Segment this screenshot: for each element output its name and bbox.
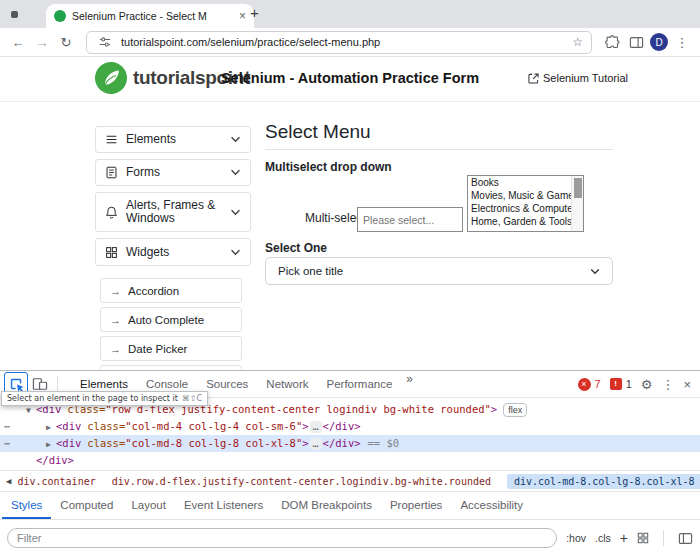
side-panel-icon[interactable] [626, 32, 646, 52]
toggle-sidebar-panel-icon[interactable] [678, 532, 693, 545]
tab-event-listeners[interactable]: Event Listeners [175, 492, 272, 519]
new-style-rule-button[interactable]: + [620, 530, 628, 546]
styles-filter-input[interactable] [7, 528, 557, 548]
sidebar-item-accordion[interactable]: → Accordion [100, 278, 242, 303]
browser-menu-icon[interactable]: ⋮ [672, 32, 692, 52]
profile-avatar[interactable]: D [650, 33, 668, 51]
sidebar-section-alerts-frames-windows[interactable]: Alerts, Frames & Windows [95, 192, 251, 232]
tooltip-text: Select an element in the page to inspect… [7, 394, 178, 403]
section-label: Forms [126, 166, 222, 179]
chevron-down-icon [230, 169, 241, 176]
back-button[interactable]: ← [8, 35, 28, 50]
listbox-scrollbar[interactable] [571, 176, 583, 231]
settings-gear-icon[interactable]: ⚙ [641, 377, 653, 392]
expand-closed-icon[interactable]: ▶ [46, 436, 56, 453]
tab-accessibility[interactable]: Accessibility [451, 492, 532, 519]
devtools-toolbar-right: × 7 ! 1 ⚙ ⋮ × [578, 377, 700, 392]
tab-styles[interactable]: Styles [2, 492, 51, 519]
devtools-close-icon[interactable]: × [683, 377, 691, 392]
sidebar-section-forms[interactable]: Forms [95, 159, 251, 186]
styles-filter-bar: :hov .cls + [0, 519, 700, 555]
code-tag-close: > [302, 420, 308, 432]
console-errors-badge[interactable]: × 7 [578, 378, 601, 391]
arrow-right-icon: → [110, 285, 121, 297]
element-classes-button[interactable]: .cls [595, 532, 611, 544]
forward-button[interactable]: → [32, 35, 52, 50]
select-menu-content: Select Menu Multiselect drop down Multi-… [265, 121, 613, 371]
address-bar[interactable]: tutorialspoint.com/selenium/practice/sel… [86, 31, 592, 54]
tab-dom-breakpoints[interactable]: DOM Breakpoints [272, 492, 381, 519]
error-icon: × [578, 378, 591, 391]
sidebar-item-date-picker[interactable]: → Date Picker [100, 336, 242, 361]
tab-properties[interactable]: Properties [381, 492, 451, 519]
collapsed-content-icon[interactable]: … [310, 438, 322, 450]
selected-node-marker: == $0 [368, 437, 400, 449]
select-one-dropdown[interactable]: Pick one title [265, 257, 613, 285]
issue-count: 1 [626, 378, 632, 390]
scrollbar-thumb[interactable] [574, 178, 582, 198]
listbox-option[interactable]: Movies, Music & Games [468, 189, 583, 202]
chevron-down-icon [230, 136, 241, 143]
node-menu-icon[interactable]: ⋯ [4, 435, 10, 452]
sidebar-section-elements[interactable]: Elements [95, 126, 251, 153]
breadcrumb-scroll-left-icon[interactable]: ◀ [0, 476, 17, 486]
browser-tab[interactable]: Selenium Practice - Select M × [46, 4, 254, 28]
sidebar-item-auto-complete[interactable]: → Auto Complete [100, 307, 242, 332]
dom-node-col-8-selected[interactable]: ⋯▶<divclass="col-md-8 col-lg-8 col-xl-8"… [0, 435, 700, 452]
multiselect-section-label: Multiselect drop down [265, 160, 392, 174]
multi-select-input[interactable] [357, 207, 463, 232]
breadcrumb-item-selected[interactable]: div.col-md-8.col-lg-8.col-xl-8 [507, 474, 700, 489]
multi-select-listbox[interactable]: Books Movies, Music & Games Electronics … [467, 175, 584, 232]
tab-network[interactable]: Network [257, 372, 317, 397]
toggle-element-state-button[interactable]: :hov [566, 532, 586, 544]
code-tag-end: </div> [36, 454, 74, 466]
external-link-icon [528, 73, 539, 84]
tab-close-icon[interactable]: × [239, 9, 246, 23]
heading-divider [265, 149, 613, 150]
flex-badge[interactable]: flex [503, 403, 527, 417]
collapsed-content-icon[interactable]: … [310, 421, 322, 433]
node-menu-icon[interactable]: ⋯ [4, 418, 10, 435]
tab-layout[interactable]: Layout [122, 492, 175, 519]
grid-options-icon[interactable] [637, 532, 649, 544]
code-tag-close: > [302, 437, 308, 449]
listbox-option[interactable]: Home, Garden & Tools [468, 215, 583, 228]
breadcrumb-item[interactable]: div.row.d-flex.justify-content-center.lo… [112, 476, 491, 487]
practice-sidebar: Elements Forms Alerts, Frames & Windows [95, 126, 251, 371]
toolbar-divider [57, 376, 58, 392]
extensions-icon[interactable] [602, 32, 622, 52]
code-tag-open: <div [56, 420, 81, 432]
window-control-icon[interactable] [11, 11, 18, 18]
inspect-tooltip: Select an element in the page to inspect… [1, 391, 208, 406]
selenium-tutorial-link[interactable]: Selenium Tutorial [528, 72, 628, 84]
dom-node-closing[interactable]: </div> [0, 452, 700, 469]
code-tag-end: </div> [323, 420, 361, 432]
browser-window: Selenium Practice - Select M × + ← → ↻ t… [0, 0, 700, 555]
expand-closed-icon[interactable]: ▶ [46, 419, 56, 436]
multiselect-row: Multi-select Books Movies, Music & Games… [265, 175, 613, 232]
tab-strip: Selenium Practice - Select M × + [0, 0, 700, 28]
devtools-menu-icon[interactable]: ⋮ [661, 377, 674, 392]
issues-badge[interactable]: ! 1 [610, 378, 632, 390]
devtools-breadcrumbs: ◀ div.container div.row.d-flex.justify-c… [0, 470, 700, 491]
grid-icon [105, 246, 118, 259]
breadcrumb-item[interactable]: div.container [17, 476, 95, 487]
sidebar-item-label: Date Picker [128, 343, 187, 355]
listbox-option[interactable]: Books [468, 176, 583, 189]
new-tab-button[interactable]: + [250, 4, 259, 21]
selenium-tutorial-label: Selenium Tutorial [543, 72, 628, 84]
more-tabs-icon[interactable]: » [401, 372, 418, 397]
site-info-icon[interactable] [95, 32, 115, 52]
browser-toolbar: ← → ↻ tutorialspoint.com/selenium/practi… [0, 28, 700, 57]
sidebar-section-widgets[interactable]: Widgets [95, 238, 251, 266]
tab-computed[interactable]: Computed [51, 492, 122, 519]
listbox-option[interactable]: Electronics & Computers [468, 202, 583, 215]
url-text[interactable]: tutorialspoint.com/selenium/practice/sel… [121, 36, 566, 48]
chevron-down-icon [230, 209, 241, 216]
tab-performance[interactable]: Performance [318, 372, 402, 397]
select-one-value: Pick one title [278, 265, 343, 277]
bookmark-star-icon[interactable]: ☆ [572, 35, 583, 49]
dom-node-col-4[interactable]: ⋯▶<divclass="col-md-4 col-lg-4 col-sm-6"… [0, 418, 700, 435]
devtools-panel: Elements Console Sources Network Perform… [0, 370, 700, 555]
reload-button[interactable]: ↻ [56, 35, 76, 50]
